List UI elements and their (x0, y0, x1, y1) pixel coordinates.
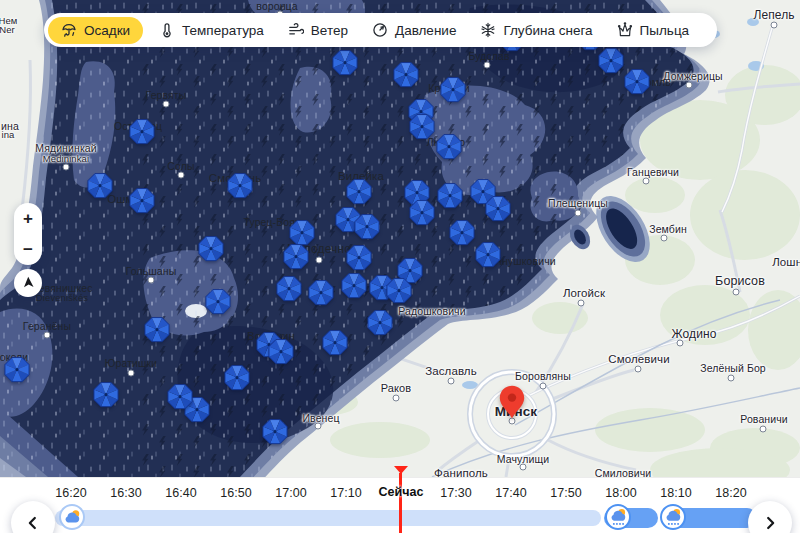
town-label: Ивенец (302, 412, 339, 424)
town-label: Гольшаны (126, 265, 177, 277)
umbrella-marker (344, 178, 374, 206)
town-label: Гервяты (146, 89, 187, 101)
umbrella-marker (435, 182, 465, 210)
town-dot (661, 235, 668, 242)
umbrella-marker (266, 338, 296, 366)
umbrella-marker (127, 187, 157, 215)
umbrella-marker (384, 277, 414, 305)
umbrella-marker (260, 418, 290, 446)
town-dot (771, 22, 778, 29)
town-dot (44, 332, 51, 339)
umbrella-marker (344, 178, 374, 206)
umbrella-marker (196, 235, 226, 263)
time-label: 17:50 (550, 486, 581, 500)
tab-осадки[interactable]: Осадки (48, 17, 143, 44)
time-label: 17:10 (330, 486, 361, 500)
town-dot (148, 277, 155, 284)
map-canvas[interactable]: ЛепельДомжерицыБудславКривичиБегомльГерв… (0, 0, 800, 477)
umbrella-marker (438, 76, 468, 104)
tab-пыльца[interactable]: Пыльца (605, 13, 702, 47)
umbrella-marker (142, 316, 172, 344)
tab-давление[interactable]: Давление (360, 13, 468, 47)
rain-cloud-icon (660, 504, 686, 530)
town-label: Солы (167, 160, 194, 172)
town-label: Янушковичи (494, 255, 555, 267)
umbrella-marker (2, 356, 32, 384)
thermometer-icon (159, 22, 175, 38)
town-dot (128, 370, 135, 377)
time-label: 17:40 (495, 486, 526, 500)
umbrella-marker (165, 383, 195, 411)
umbrella-marker (435, 182, 465, 210)
umbrella-marker (274, 275, 304, 303)
town-label: Плещеницы (548, 197, 608, 209)
umbrella-marker (391, 61, 421, 89)
location-arrow-icon (20, 275, 36, 291)
umbrella-marker (407, 199, 437, 227)
umbrella-marker (339, 272, 369, 300)
town-label: Medininkai (43, 153, 89, 164)
timeline-segment-light[interactable] (55, 510, 601, 526)
umbrella-marker (127, 118, 157, 146)
town-label: Домжерицы (663, 70, 722, 82)
town-label: Раков (381, 382, 412, 394)
umbrella-marker (483, 195, 513, 223)
time-label: 16:20 (55, 486, 86, 500)
umbrella-marker (622, 68, 652, 96)
town-dot (575, 210, 582, 217)
town-label: Смолевичи (608, 353, 669, 365)
weather-map-app: ЛепельДомжерицыБудславКривичиБегомльГерв… (0, 0, 800, 533)
umbrella-marker (407, 113, 437, 141)
town-label: Логойск (563, 287, 605, 299)
umbrella-marker (2, 356, 32, 384)
zoom-out-button[interactable]: − (14, 241, 42, 258)
umbrella-marker (391, 61, 421, 89)
umbrella-marker (222, 364, 252, 392)
tab-глубина-снега[interactable]: Глубина снега (468, 13, 604, 47)
chevron-right-icon (761, 514, 779, 532)
zoom-in-button[interactable]: + (14, 210, 42, 227)
umbrella-marker (352, 213, 382, 241)
town-dot (316, 257, 323, 264)
town-label: Зелёный Бор (700, 362, 766, 374)
umbrella-marker (407, 113, 437, 141)
umbrella-marker (222, 364, 252, 392)
umbrella-marker (91, 381, 121, 409)
now-marker-line (399, 473, 402, 533)
town-dot (448, 378, 455, 385)
umbrella-marker (127, 187, 157, 215)
time-label: 17:00 (275, 486, 306, 500)
locate-me-button[interactable] (14, 269, 42, 297)
town-dot (393, 395, 400, 402)
town-label: Юратишки (105, 357, 157, 369)
tab-label: Давление (395, 23, 456, 38)
tab-label: Ветер (311, 23, 348, 38)
time-label: 18:20 (715, 486, 746, 500)
tab-label: Осадки (84, 23, 130, 38)
town-dot (178, 172, 185, 179)
umbrella-marker (330, 49, 360, 77)
umbrella-marker (434, 133, 464, 161)
umbrella-marker (225, 172, 255, 200)
partly-cloudy-icon (62, 507, 82, 527)
umbrella-marker (225, 172, 255, 200)
umbrella-marker (127, 118, 157, 146)
town-label: Зембин (649, 223, 687, 235)
town-dot (163, 101, 170, 108)
umbrella-marker (320, 329, 350, 357)
town-dot (540, 383, 547, 390)
umbrella-marker (203, 288, 233, 316)
umbrella-marker (165, 383, 195, 411)
town-dot (686, 82, 693, 89)
tab-температура[interactable]: Температура (147, 13, 276, 47)
umbrella-rain-icon (61, 22, 77, 38)
snowflake-icon (480, 22, 496, 38)
umbrella-marker (438, 76, 468, 104)
tab-label: Глубина снега (503, 23, 592, 38)
town-dot (63, 164, 70, 171)
umbrella-marker (260, 418, 290, 446)
umbrella-marker (306, 279, 336, 307)
umbrella-marker (365, 309, 395, 337)
rain-cloud-icon (663, 507, 683, 527)
tab-ветер[interactable]: Ветер (276, 13, 360, 47)
